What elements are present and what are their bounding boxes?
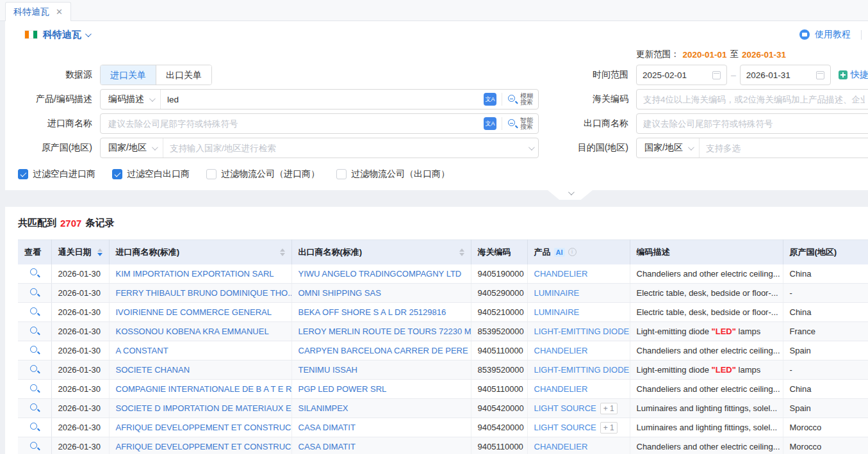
origin-country: - — [783, 361, 868, 380]
tutorial-icon — [799, 29, 810, 40]
destination-country-input[interactable] — [700, 138, 868, 158]
origin-country-input[interactable] — [163, 138, 528, 158]
product-link[interactable]: CHANDELIER — [534, 269, 588, 279]
view-record-icon[interactable] — [29, 288, 39, 297]
view-record-icon[interactable] — [29, 345, 39, 355]
product-link[interactable]: CHANDELIER — [534, 442, 588, 451]
product-link[interactable]: CHANDELIER — [534, 346, 588, 355]
exporter-link[interactable]: BEKA OFF SHORE S A L DR 25129816 — [299, 307, 446, 317]
tab-close-icon[interactable]: ✕ — [56, 7, 63, 17]
smart-search-button[interactable]: 智能 搜索 — [502, 117, 533, 130]
importer-link[interactable]: SOCIETE CHANAN — [116, 365, 190, 375]
importer-link[interactable]: KIM IMPORTATION EXPORTATION SARL — [116, 269, 274, 279]
view-record-icon[interactable] — [29, 268, 39, 277]
col-date[interactable]: 通关日期 — [51, 240, 109, 264]
exporter-link[interactable]: CASA DIMATIT — [299, 423, 356, 432]
chevron-down-icon[interactable] — [85, 31, 92, 37]
exporter-link[interactable]: YIWU ANGELO TRADINGCOMPAGNY LTD — [299, 269, 462, 279]
sort-control-exporter[interactable] — [459, 248, 464, 256]
destination-country-select[interactable]: 国家/地区 — [637, 138, 700, 158]
checkbox-filter-logistics-exporter[interactable]: 过滤物流公司（出口商） — [336, 168, 450, 180]
destination-country-label: 目的国(地区) — [539, 142, 636, 154]
checkbox-icon[interactable] — [336, 169, 347, 179]
origin-country-select[interactable]: 国家/地区 — [101, 138, 163, 158]
importer-link[interactable]: KOSSONOU KOBENA KRA EMMANUEL — [116, 327, 269, 336]
clearance-date: 2026-01-30 — [51, 380, 109, 399]
product-link[interactable]: LIGHT SOURCE — [534, 403, 596, 413]
hs-code-field — [636, 89, 868, 109]
chevron-down-icon — [688, 144, 694, 150]
date-to-field[interactable] — [740, 65, 831, 85]
importer-link[interactable]: IVOIRIENNE DE COMMERCE GENERAL — [116, 307, 272, 317]
exporter-link[interactable]: TENIMU ISSAH — [299, 365, 357, 375]
checkbox-icon[interactable] — [112, 169, 122, 179]
date-range-separator: – — [731, 70, 736, 80]
product-extra-badge[interactable]: + 1 — [600, 422, 618, 434]
exporter-name-input[interactable] — [637, 114, 868, 133]
hs-code-input[interactable] — [637, 90, 868, 109]
table-row: 2026-01-30 COMPAGNIE INTERNATIONALE DE B… — [18, 380, 868, 399]
product-extra-badge[interactable]: + 1 — [600, 403, 618, 414]
importer-link[interactable]: COMPAGNIE INTERNATIONALE DE B A T E R — [116, 384, 292, 394]
collapse-panel-button[interactable] — [548, 190, 593, 200]
product-link[interactable]: LUMINAIRE — [534, 288, 580, 298]
exporter-link[interactable]: CASA DIMATIT — [299, 442, 356, 451]
view-record-icon[interactable] — [29, 384, 39, 393]
calendar-icon[interactable] — [712, 71, 721, 79]
exporter-link[interactable]: OMNI SHIPPING SAS — [299, 288, 381, 298]
code-description: Chandeliers and other electric ceiling..… — [630, 264, 783, 284]
data-source-import-tab[interactable]: 进口关单 — [101, 65, 156, 85]
view-record-icon[interactable] — [29, 403, 39, 412]
checkbox-filter-logistics-importer[interactable]: 过滤物流公司（进口商） — [206, 168, 320, 180]
importer-link[interactable]: A CONSTANT — [116, 346, 168, 355]
product-link[interactable]: CHANDELIER — [534, 384, 588, 394]
quick-select-button[interactable]: 快捷选 — [839, 69, 868, 81]
country-selector-label[interactable]: 科特迪瓦 — [43, 29, 81, 41]
calendar-icon[interactable] — [816, 71, 824, 79]
update-range-to-word: 至 — [730, 49, 739, 60]
product-desc-input[interactable] — [161, 90, 484, 109]
checkbox-filter-blank-exporter[interactable]: 过滤空白出口商 — [112, 168, 190, 180]
view-record-icon[interactable] — [29, 441, 39, 451]
checkbox-icon[interactable] — [206, 169, 217, 179]
product-link[interactable]: LIGHT-EMITTING DIODE — [534, 327, 630, 336]
view-record-icon[interactable] — [29, 326, 39, 336]
view-record-icon[interactable] — [29, 422, 39, 432]
data-source-export-tab[interactable]: 出口关单 — [156, 65, 211, 85]
view-record-icon[interactable] — [29, 307, 39, 316]
checkbox-filter-blank-importer[interactable]: 过滤空白进口商 — [18, 168, 95, 180]
translate-icon[interactable] — [484, 93, 496, 106]
col-exporter[interactable]: 出口商名称(标准) — [291, 240, 471, 264]
importer-link[interactable]: AFRIQUE DEVELOPPEMENT ET CONSTRUCT... — [116, 423, 292, 432]
view-record-icon[interactable] — [29, 364, 39, 374]
date-to-input[interactable] — [746, 70, 812, 80]
checkbox-icon[interactable] — [18, 169, 28, 179]
importer-name-field: 智能 搜索 — [100, 113, 539, 134]
importer-link[interactable]: AFRIQUE DEVELOPPEMENT ET CONSTRUCT... — [116, 442, 292, 451]
importer-name-input[interactable] — [101, 114, 484, 133]
fuzzy-search-button[interactable]: 模糊 搜索 — [502, 93, 533, 106]
exporter-link[interactable]: PGP LED POWER SRL — [299, 384, 387, 394]
exporter-link[interactable]: LEROY MERLIN ROUTE DE TOURS 72230 M — [299, 327, 471, 336]
tab-cote-divoire[interactable]: 科特迪瓦 ✕ — [5, 2, 71, 21]
translate-icon[interactable] — [484, 117, 496, 130]
exporter-link[interactable]: CARPYEN BARCELONA CARRER DE PERE IV — [299, 346, 471, 355]
sort-control-date[interactable] — [97, 248, 102, 256]
date-from-input[interactable] — [643, 70, 708, 80]
product-type-select[interactable]: 编码描述 — [101, 90, 161, 109]
product-link[interactable]: LIGHT SOURCE — [534, 423, 596, 432]
col-importer[interactable]: 进口商名称(标准) — [109, 240, 291, 264]
col-description: 编码描述 — [630, 240, 783, 264]
tutorial-link[interactable]: 使用教程 — [815, 29, 851, 40]
sort-control-importer[interactable] — [280, 248, 285, 256]
date-from-field[interactable] — [636, 65, 727, 85]
chevron-down-icon[interactable] — [528, 144, 535, 150]
filter-row-1: 数据源 进口关单 出口关单 时间范围 – — [5, 65, 868, 85]
importer-link[interactable]: FERRY THIBAULT BRUNO DOMINIQUE THO... — [116, 288, 292, 298]
product-link[interactable]: LIGHT-EMITTING DIODE — [534, 365, 630, 375]
product-link[interactable]: LUMINAIRE — [534, 307, 580, 317]
importer-link[interactable]: SOCIETE D IMPORTATION DE MATERIAUX E... — [116, 403, 292, 413]
exporter-link[interactable]: SILANIMPEX — [299, 403, 348, 413]
destination-select-value: 国家/地区 — [644, 142, 683, 154]
info-icon[interactable] — [568, 248, 577, 256]
